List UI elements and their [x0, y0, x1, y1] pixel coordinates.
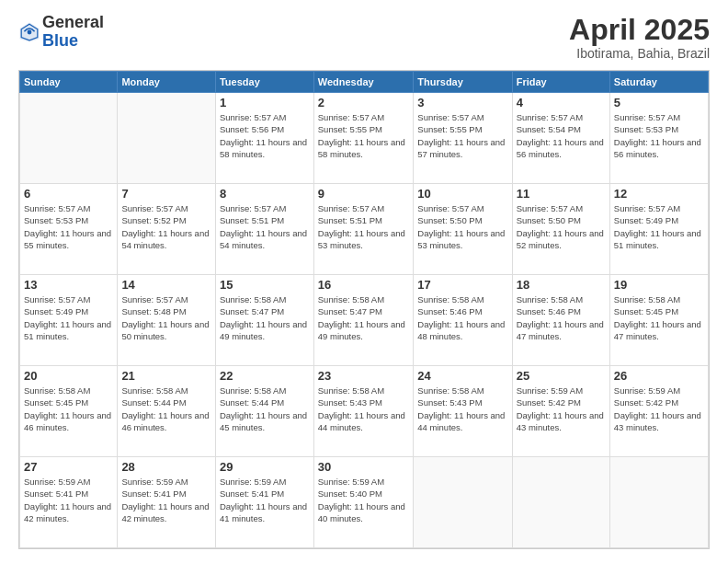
calendar: Sunday Monday Tuesday Wednesday Thursday…	[18, 70, 710, 549]
day-info: Sunrise: 5:59 AMSunset: 5:40 PMDaylight:…	[318, 476, 410, 524]
day-number: 4	[517, 96, 606, 109]
calendar-cell: 9Sunrise: 5:57 AMSunset: 5:51 PMDaylight…	[313, 184, 414, 275]
calendar-cell: 2Sunrise: 5:57 AMSunset: 5:55 PMDaylight…	[313, 93, 414, 184]
calendar-cell: 11Sunrise: 5:57 AMSunset: 5:50 PMDayligh…	[512, 184, 609, 275]
calendar-cell: 20Sunrise: 5:58 AMSunset: 5:45 PMDayligh…	[20, 366, 118, 457]
day-number: 27	[24, 460, 113, 474]
col-tuesday: Tuesday	[215, 72, 313, 93]
calendar-cell: 8Sunrise: 5:57 AMSunset: 5:51 PMDaylight…	[215, 184, 313, 275]
day-number: 23	[318, 369, 410, 383]
day-info: Sunrise: 5:57 AMSunset: 5:53 PMDaylight:…	[24, 202, 113, 251]
calendar-cell: 10Sunrise: 5:57 AMSunset: 5:50 PMDayligh…	[414, 184, 512, 275]
calendar-cell: 15Sunrise: 5:58 AMSunset: 5:47 PMDayligh…	[215, 275, 313, 366]
col-sunday: Sunday	[20, 72, 118, 93]
calendar-cell	[20, 93, 118, 184]
day-info: Sunrise: 5:58 AMSunset: 5:43 PMDaylight:…	[417, 385, 507, 433]
day-info: Sunrise: 5:57 AMSunset: 5:53 PMDaylight:…	[614, 111, 704, 160]
header: General Blue April 2025 Ibotirama, Bahia…	[18, 14, 710, 61]
day-info: Sunrise: 5:58 AMSunset: 5:45 PMDaylight:…	[24, 385, 113, 433]
calendar-cell: 18Sunrise: 5:58 AMSunset: 5:46 PMDayligh…	[512, 275, 609, 366]
col-wednesday: Wednesday	[313, 72, 414, 93]
calendar-cell: 13Sunrise: 5:57 AMSunset: 5:49 PMDayligh…	[20, 275, 118, 366]
day-info: Sunrise: 5:57 AMSunset: 5:52 PMDaylight:…	[121, 202, 211, 251]
calendar-cell: 19Sunrise: 5:58 AMSunset: 5:45 PMDayligh…	[609, 275, 708, 366]
day-info: Sunrise: 5:57 AMSunset: 5:50 PMDaylight:…	[517, 202, 606, 251]
day-info: Sunrise: 5:57 AMSunset: 5:51 PMDaylight:…	[220, 202, 310, 251]
day-info: Sunrise: 5:59 AMSunset: 5:42 PMDaylight:…	[614, 385, 704, 433]
calendar-cell: 26Sunrise: 5:59 AMSunset: 5:42 PMDayligh…	[609, 366, 708, 457]
day-number: 10	[417, 187, 507, 201]
month-title: April 2025	[569, 14, 710, 46]
calendar-cell: 23Sunrise: 5:58 AMSunset: 5:43 PMDayligh…	[313, 366, 414, 457]
day-number: 28	[121, 460, 211, 474]
col-monday: Monday	[118, 72, 216, 93]
calendar-week-0: 1Sunrise: 5:57 AMSunset: 5:56 PMDaylight…	[20, 93, 709, 184]
logo-blue: Blue	[42, 32, 104, 51]
day-number: 22	[220, 369, 310, 383]
day-info: Sunrise: 5:57 AMSunset: 5:48 PMDaylight:…	[121, 293, 211, 342]
day-number: 2	[318, 96, 410, 109]
day-number: 1	[220, 96, 310, 109]
calendar-cell: 29Sunrise: 5:59 AMSunset: 5:41 PMDayligh…	[215, 457, 313, 548]
day-number: 26	[614, 369, 704, 383]
day-info: Sunrise: 5:57 AMSunset: 5:56 PMDaylight:…	[220, 111, 310, 160]
day-number: 16	[318, 278, 410, 292]
logo-general: General	[42, 14, 104, 32]
day-info: Sunrise: 5:57 AMSunset: 5:49 PMDaylight:…	[24, 293, 113, 342]
day-info: Sunrise: 5:57 AMSunset: 5:55 PMDaylight:…	[417, 111, 507, 160]
day-info: Sunrise: 5:59 AMSunset: 5:41 PMDaylight:…	[121, 476, 211, 524]
calendar-week-4: 27Sunrise: 5:59 AMSunset: 5:41 PMDayligh…	[20, 457, 709, 548]
calendar-body: 1Sunrise: 5:57 AMSunset: 5:56 PMDaylight…	[20, 93, 709, 548]
day-info: Sunrise: 5:57 AMSunset: 5:54 PMDaylight:…	[517, 111, 606, 160]
calendar-header: Sunday Monday Tuesday Wednesday Thursday…	[20, 72, 709, 93]
day-info: Sunrise: 5:58 AMSunset: 5:47 PMDaylight:…	[220, 293, 310, 342]
day-number: 25	[517, 369, 606, 383]
day-info: Sunrise: 5:58 AMSunset: 5:46 PMDaylight:…	[517, 293, 606, 342]
calendar-cell: 14Sunrise: 5:57 AMSunset: 5:48 PMDayligh…	[118, 275, 216, 366]
calendar-table: Sunday Monday Tuesday Wednesday Thursday…	[19, 71, 709, 548]
col-friday: Friday	[512, 72, 609, 93]
day-number: 24	[417, 369, 507, 383]
logo-text: General Blue	[42, 14, 104, 51]
page: General Blue April 2025 Ibotirama, Bahia…	[0, 0, 728, 563]
col-thursday: Thursday	[414, 72, 512, 93]
day-number: 9	[318, 187, 410, 201]
day-number: 8	[220, 187, 310, 201]
calendar-week-3: 20Sunrise: 5:58 AMSunset: 5:45 PMDayligh…	[20, 366, 709, 457]
day-number: 12	[614, 187, 704, 201]
day-number: 5	[614, 96, 704, 109]
calendar-cell: 24Sunrise: 5:58 AMSunset: 5:43 PMDayligh…	[414, 366, 512, 457]
location: Ibotirama, Bahia, Brazil	[569, 46, 710, 61]
day-info: Sunrise: 5:57 AMSunset: 5:51 PMDaylight:…	[318, 202, 410, 251]
calendar-cell: 21Sunrise: 5:58 AMSunset: 5:44 PMDayligh…	[118, 366, 216, 457]
day-number: 17	[417, 278, 507, 292]
calendar-cell: 7Sunrise: 5:57 AMSunset: 5:52 PMDaylight…	[118, 184, 216, 275]
calendar-cell: 1Sunrise: 5:57 AMSunset: 5:56 PMDaylight…	[215, 93, 313, 184]
day-number: 14	[121, 278, 211, 292]
calendar-cell: 27Sunrise: 5:59 AMSunset: 5:41 PMDayligh…	[20, 457, 118, 548]
calendar-cell	[609, 457, 708, 548]
day-number: 20	[24, 369, 113, 383]
day-info: Sunrise: 5:58 AMSunset: 5:44 PMDaylight:…	[121, 385, 211, 433]
calendar-cell: 17Sunrise: 5:58 AMSunset: 5:46 PMDayligh…	[414, 275, 512, 366]
calendar-cell: 4Sunrise: 5:57 AMSunset: 5:54 PMDaylight…	[512, 93, 609, 184]
day-number: 19	[614, 278, 704, 292]
day-number: 7	[121, 187, 211, 201]
day-info: Sunrise: 5:59 AMSunset: 5:42 PMDaylight:…	[517, 385, 606, 433]
day-number: 15	[220, 278, 310, 292]
title-block: April 2025 Ibotirama, Bahia, Brazil	[569, 14, 710, 61]
calendar-cell: 16Sunrise: 5:58 AMSunset: 5:47 PMDayligh…	[313, 275, 414, 366]
day-info: Sunrise: 5:58 AMSunset: 5:46 PMDaylight:…	[417, 293, 507, 342]
logo: General Blue	[18, 14, 104, 51]
calendar-cell: 12Sunrise: 5:57 AMSunset: 5:49 PMDayligh…	[609, 184, 708, 275]
day-info: Sunrise: 5:58 AMSunset: 5:45 PMDaylight:…	[614, 293, 704, 342]
calendar-cell	[414, 457, 512, 548]
day-number: 21	[121, 369, 211, 383]
calendar-cell: 30Sunrise: 5:59 AMSunset: 5:40 PMDayligh…	[313, 457, 414, 548]
day-info: Sunrise: 5:58 AMSunset: 5:43 PMDaylight:…	[318, 385, 410, 433]
day-info: Sunrise: 5:59 AMSunset: 5:41 PMDaylight:…	[24, 476, 113, 524]
calendar-week-2: 13Sunrise: 5:57 AMSunset: 5:49 PMDayligh…	[20, 275, 709, 366]
day-number: 29	[220, 460, 310, 474]
day-number: 30	[318, 460, 410, 474]
day-info: Sunrise: 5:58 AMSunset: 5:47 PMDaylight:…	[318, 293, 410, 342]
